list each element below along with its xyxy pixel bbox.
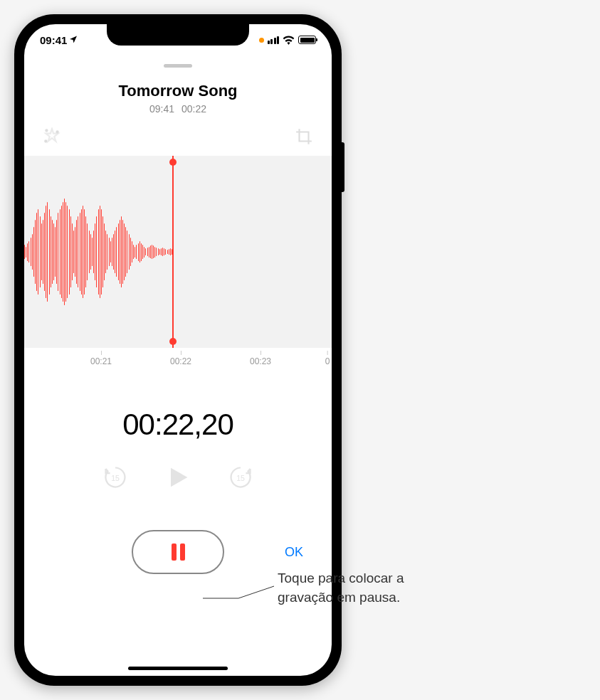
side-button — [342, 142, 344, 192]
timeline-tick: 00:23 — [250, 356, 271, 366]
waveform-container[interactable] — [24, 156, 332, 348]
callout-text: Toque para colocar a gravação em pausa. — [278, 569, 448, 607]
playback-controls: 15 15 — [24, 463, 332, 494]
svg-point-2 — [45, 140, 46, 142]
svg-point-0 — [46, 129, 47, 131]
status-right — [259, 36, 317, 45]
skip-back-15-icon[interactable]: 15 — [102, 465, 128, 493]
playhead[interactable] — [172, 156, 174, 348]
recording-duration: 00:22 — [181, 103, 206, 115]
status-left: 09:41 — [40, 34, 78, 46]
recording-title: Tomorrow Song — [24, 82, 332, 100]
timeline-tick: 00:22 — [170, 356, 191, 366]
svg-text:15: 15 — [236, 474, 245, 482]
notch — [107, 24, 249, 46]
pause-button[interactable] — [132, 530, 224, 574]
timeline-tick: 0 — [325, 356, 330, 366]
tools-row — [24, 115, 332, 156]
status-time: 09:41 — [40, 34, 67, 46]
svg-line-6 — [238, 586, 274, 598]
recording-time: 09:41 — [149, 103, 174, 115]
svg-point-1 — [57, 131, 58, 132]
wifi-icon — [283, 36, 295, 45]
bottom-controls: OK — [24, 530, 332, 574]
timeline-tick: 00:21 — [90, 356, 112, 366]
crop-icon[interactable] — [295, 127, 313, 149]
timeline[interactable]: 00:21 00:22 00:23 0 — [24, 351, 332, 379]
home-indicator[interactable] — [128, 667, 228, 670]
waveform — [24, 198, 174, 305]
drag-handle[interactable] — [164, 64, 192, 68]
elapsed-time: 00:22,20 — [24, 408, 332, 442]
play-icon[interactable] — [164, 463, 192, 494]
pause-icon — [172, 543, 185, 561]
enhance-icon[interactable] — [43, 127, 61, 149]
callout-line — [203, 579, 274, 622]
skip-forward-15-icon[interactable]: 15 — [228, 465, 253, 493]
recording-indicator-dot — [259, 38, 264, 43]
location-icon — [69, 35, 78, 46]
recording-meta: 09:41 00:22 — [24, 103, 332, 115]
ok-button[interactable]: OK — [285, 545, 303, 560]
cellular-signal-icon — [268, 36, 280, 44]
battery-icon — [298, 36, 316, 44]
svg-text:15: 15 — [111, 474, 120, 482]
